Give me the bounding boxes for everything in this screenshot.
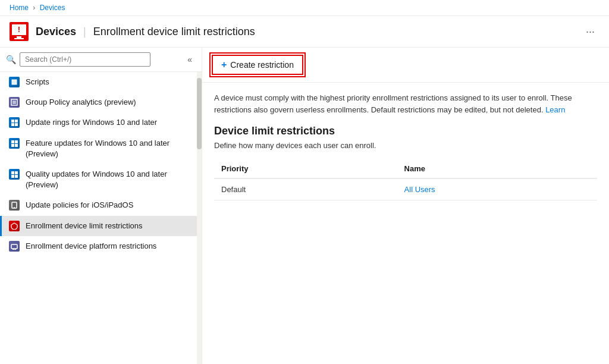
sidebar-item-ios-updates[interactable]: Update policies for iOS/iPadOS	[0, 195, 202, 215]
svg-rect-23	[11, 244, 17, 249]
enrollment-limit-icon	[9, 221, 20, 231]
section-title: Device limit restrictions	[214, 125, 597, 137]
table-row: Default All Users	[214, 178, 597, 200]
breadcrumb-devices[interactable]: Devices	[40, 4, 65, 12]
page-header: ! Devices | Enrollment device limit rest…	[0, 16, 609, 48]
name-cell[interactable]: All Users	[397, 178, 597, 200]
svg-rect-2	[17, 36, 21, 38]
sidebar-item-update-rings[interactable]: Update rings for Windows 10 and later	[0, 112, 202, 133]
enrollment-platform-icon	[9, 241, 20, 252]
sidebar-item-label: Scripts	[26, 77, 49, 87]
more-options-button[interactable]: ···	[581, 23, 599, 40]
sidebar-item-label: Group Policy analytics (preview)	[26, 97, 136, 108]
svg-rect-20	[15, 175, 18, 178]
scripts-icon	[9, 77, 20, 87]
breadcrumb: Home › Devices	[0, 0, 609, 16]
sidebar-item-label: Enrollment device limit restrictions	[26, 221, 143, 231]
sidebar-item-enrollment-limit[interactable]: Enrollment device limit restrictions	[0, 216, 202, 236]
svg-rect-19	[11, 175, 14, 178]
sidebar-item-quality-updates[interactable]: Quality updates for Windows 10 and later…	[0, 164, 202, 195]
svg-rect-17	[11, 171, 14, 174]
svg-rect-14	[15, 140, 18, 143]
search-input[interactable]	[20, 52, 150, 67]
header-icon: !	[10, 22, 29, 41]
windows-icon	[9, 169, 20, 180]
svg-rect-10	[15, 120, 18, 123]
toolbar: + Create restriction	[202, 48, 609, 83]
learn-more-link[interactable]: Learn	[545, 105, 565, 114]
sidebar-item-label: Update policies for iOS/iPadOS	[26, 200, 133, 211]
sidebar: 🔍 « Scripts Group Policy analytics (prev…	[0, 48, 202, 364]
breadcrumb-home[interactable]: Home	[10, 4, 29, 12]
svg-rect-3	[14, 38, 24, 39]
svg-rect-5	[12, 80, 17, 84]
svg-rect-9	[11, 120, 14, 123]
plus-icon: +	[221, 59, 227, 70]
sidebar-item-enrollment-platform[interactable]: Enrollment device platform restrictions	[0, 236, 202, 256]
windows-icon	[9, 138, 20, 149]
svg-rect-15	[11, 144, 14, 147]
windows-icon	[9, 117, 20, 128]
svg-rect-11	[11, 123, 14, 126]
sidebar-item-label: Update rings for Windows 10 and later	[26, 117, 157, 128]
col-priority: Priority	[214, 159, 397, 178]
sidebar-item-feature-updates[interactable]: Feature updates for Windows 10 and later…	[0, 133, 202, 164]
header-separator: |	[83, 26, 86, 38]
sidebar-item-label: Quality updates for Windows 10 and later…	[26, 169, 194, 190]
restrictions-table: Priority Name Default All Users	[214, 159, 597, 200]
search-icon: 🔍	[6, 55, 16, 64]
svg-rect-16	[15, 144, 18, 147]
page-subtitle: Enrollment device limit restrictions	[93, 26, 255, 38]
svg-rect-12	[15, 123, 18, 126]
content-panel: + Create restriction A device must compl…	[202, 48, 609, 364]
col-name: Name	[397, 159, 597, 178]
collapse-sidebar-button[interactable]: «	[184, 52, 196, 67]
sidebar-item-group-policy[interactable]: Group Policy analytics (preview)	[0, 92, 202, 112]
svg-rect-8	[12, 101, 16, 104]
priority-cell: Default	[214, 178, 397, 200]
group-policy-icon	[9, 97, 20, 108]
sidebar-item-scripts[interactable]: Scripts	[0, 72, 202, 92]
create-restriction-button[interactable]: + Create restriction	[212, 55, 303, 75]
ios-icon	[9, 200, 20, 211]
svg-rect-13	[11, 140, 14, 143]
page-title-device: Devices	[36, 26, 76, 38]
svg-rect-18	[15, 171, 18, 174]
content-description: A device must comply with the highest pr…	[214, 92, 597, 115]
section-description: Define how many devices each user can en…	[214, 141, 597, 150]
sidebar-item-label: Enrollment device platform restrictions	[26, 241, 156, 252]
create-restriction-label: Create restriction	[230, 60, 294, 70]
sidebar-item-label: Feature updates for Windows 10 and later…	[26, 138, 194, 159]
svg-text:!: !	[18, 25, 20, 34]
